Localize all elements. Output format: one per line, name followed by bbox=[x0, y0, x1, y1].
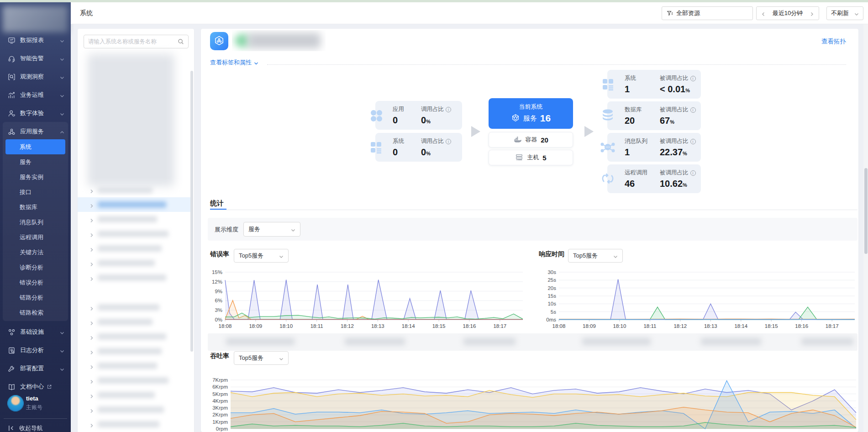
expand-chevron-icon[interactable] bbox=[89, 246, 94, 250]
expand-chevron-icon[interactable] bbox=[89, 305, 94, 309]
list-item[interactable] bbox=[78, 197, 190, 212]
blurred-item-name bbox=[98, 274, 166, 281]
info-icon[interactable]: i bbox=[446, 139, 451, 144]
sidebar-subitem-链路检索[interactable]: 链路检索 bbox=[5, 305, 65, 320]
list-item[interactable] bbox=[78, 241, 190, 256]
center-sub-容器[interactable]: 容器20 bbox=[489, 132, 573, 148]
expand-chevron-icon[interactable] bbox=[89, 378, 94, 382]
sidebar-item-0[interactable]: 数据报表 bbox=[0, 31, 71, 49]
system-grid-icon bbox=[599, 75, 617, 93]
sidebar-subitem-诊断分析[interactable]: 诊断分析 bbox=[5, 260, 65, 275]
chart-top5-select-0[interactable]: Top5服务 bbox=[234, 249, 289, 263]
expand-chevron-icon[interactable] bbox=[89, 392, 94, 397]
user-block[interactable]: tieta 主账号 bbox=[0, 393, 71, 417]
expand-chevron-icon[interactable] bbox=[89, 421, 94, 426]
chart-top5-select-1[interactable]: Top5服务 bbox=[568, 249, 623, 263]
expand-chevron-icon[interactable] bbox=[89, 187, 94, 192]
collapse-nav-button[interactable]: 收起导航 bbox=[0, 422, 71, 432]
expand-chevron-icon[interactable] bbox=[89, 334, 94, 338]
view-topology-link[interactable]: 查看拓扑 bbox=[821, 37, 846, 46]
list-item[interactable] bbox=[78, 329, 190, 344]
sidebar-item-3[interactable]: 业务运维 bbox=[0, 86, 71, 104]
svg-text:2Krpm: 2Krpm bbox=[212, 412, 228, 417]
list-item[interactable] bbox=[78, 270, 190, 285]
sidebar-subitem-系统[interactable]: 系统 bbox=[5, 139, 65, 154]
system-detail-card: 查看拓扑 查看标签和属性 应用0调用占比i0%系统0调用占比i0%当前系统服务1… bbox=[201, 29, 858, 432]
chevron-right-icon[interactable] bbox=[810, 11, 814, 16]
list-scrollbar[interactable] bbox=[190, 71, 193, 352]
list-item[interactable] bbox=[78, 388, 190, 402]
expand-chevron-icon[interactable] bbox=[89, 363, 94, 368]
refresh-select[interactable]: 不刷新 bbox=[826, 6, 863, 20]
list-item[interactable] bbox=[78, 358, 190, 373]
time-range-picker[interactable]: 最近10分钟 bbox=[756, 6, 819, 20]
dimension-select[interactable]: 服务 bbox=[243, 222, 300, 237]
page-scrollbar-thumb[interactable] bbox=[864, 168, 868, 254]
info-icon[interactable]: i bbox=[690, 170, 696, 176]
list-item[interactable] bbox=[78, 183, 190, 197]
search-icon[interactable] bbox=[178, 38, 184, 45]
list-item[interactable] bbox=[78, 344, 190, 358]
topo-card-system-left[interactable]: 系统0调用占比i0% bbox=[375, 133, 462, 162]
chart-top5-select-2[interactable]: Top5服务 bbox=[234, 351, 289, 365]
expand-chevron-icon[interactable] bbox=[89, 319, 94, 324]
search-box[interactable] bbox=[84, 35, 189, 48]
topo-card-远程调用[interactable]: 远程调用46被调用占比i10.62% bbox=[607, 164, 701, 193]
sidebar-subitem-消息队列[interactable]: 消息队列 bbox=[5, 215, 65, 230]
resource-filter[interactable]: 全部资源 bbox=[662, 6, 753, 20]
current-system-node[interactable]: 当前系统服务16 bbox=[489, 98, 573, 129]
list-item[interactable] bbox=[78, 373, 190, 388]
topo-card-系统[interactable]: 系统1被调用占比i< 0.01% bbox=[607, 70, 701, 99]
expand-chevron-icon[interactable] bbox=[89, 216, 94, 221]
info-icon[interactable]: i bbox=[690, 76, 696, 81]
sub-label: 容器 bbox=[525, 136, 537, 144]
list-item[interactable] bbox=[78, 256, 190, 270]
list-item[interactable] bbox=[78, 315, 190, 329]
chevron-left-icon[interactable] bbox=[761, 11, 766, 16]
list-item[interactable] bbox=[78, 402, 190, 417]
sidebar-item-5[interactable]: 应用服务 bbox=[0, 122, 71, 141]
topo-card-消息队列[interactable]: 消息队列1被调用占比i22.37% bbox=[607, 133, 701, 162]
list-item[interactable] bbox=[78, 212, 190, 227]
sidebar-subitem-服务[interactable]: 服务 bbox=[5, 154, 65, 169]
sidebar-item-7[interactable]: 日志分析 bbox=[0, 341, 71, 359]
topo-card-app[interactable]: 应用0调用占比i0% bbox=[375, 101, 462, 130]
expand-chevron-icon[interactable] bbox=[89, 231, 94, 236]
sidebar-item-1[interactable]: 智能告警 bbox=[0, 49, 71, 68]
list-item[interactable] bbox=[78, 417, 190, 432]
expand-chevron-icon[interactable] bbox=[89, 260, 94, 265]
tab-statistics[interactable]: 统计 bbox=[210, 199, 224, 208]
topo-card-数据库[interactable]: 数据库20被调用占比i67% bbox=[607, 101, 701, 130]
info-icon[interactable]: i bbox=[690, 139, 696, 144]
sidebar-subitem-错误分析[interactable]: 错误分析 bbox=[5, 275, 65, 290]
sidebar-subitem-关键方法[interactable]: 关键方法 bbox=[5, 245, 65, 260]
sidebar-subitem-数据库[interactable]: 数据库 bbox=[5, 200, 65, 215]
blurred-item-name bbox=[98, 406, 164, 413]
list-item[interactable] bbox=[78, 227, 190, 241]
view-tags-link[interactable]: 查看标签和属性 bbox=[210, 58, 258, 67]
infra-icon bbox=[8, 328, 16, 336]
sidebar-item-2[interactable]: 观测洞察 bbox=[0, 68, 71, 86]
sidebar-subitem-接口[interactable]: 接口 bbox=[5, 184, 65, 200]
node-value: 0 bbox=[393, 115, 404, 126]
info-icon[interactable]: i bbox=[690, 107, 696, 113]
insight-icon bbox=[8, 73, 16, 81]
sidebar-item-8[interactable]: 部署配置 bbox=[0, 359, 71, 378]
time-range-label[interactable]: 最近10分钟 bbox=[773, 9, 803, 17]
expand-chevron-icon[interactable] bbox=[89, 202, 94, 206]
expand-chevron-icon[interactable] bbox=[89, 407, 94, 411]
search-input[interactable] bbox=[88, 38, 178, 45]
sidebar-item-6[interactable]: 基础设施 bbox=[0, 323, 71, 341]
sidebar-subitem-链路分析[interactable]: 链路分析 bbox=[5, 290, 65, 305]
expand-chevron-icon[interactable] bbox=[89, 348, 94, 353]
sidebar-item-4[interactable]: 数字体验 bbox=[0, 104, 71, 122]
sub-value: 20 bbox=[541, 136, 548, 144]
center-sub-主机[interactable]: 主机5 bbox=[489, 150, 573, 165]
info-icon[interactable]: i bbox=[446, 107, 451, 112]
appservice-icon bbox=[8, 128, 16, 136]
expand-chevron-icon[interactable] bbox=[89, 275, 94, 279]
list-item[interactable] bbox=[78, 300, 190, 315]
sidebar-subitem-远程调用[interactable]: 远程调用 bbox=[5, 230, 65, 245]
sidebar-subitem-服务实例[interactable]: 服务实例 bbox=[5, 169, 65, 184]
svg-text:3%: 3% bbox=[215, 307, 222, 313]
